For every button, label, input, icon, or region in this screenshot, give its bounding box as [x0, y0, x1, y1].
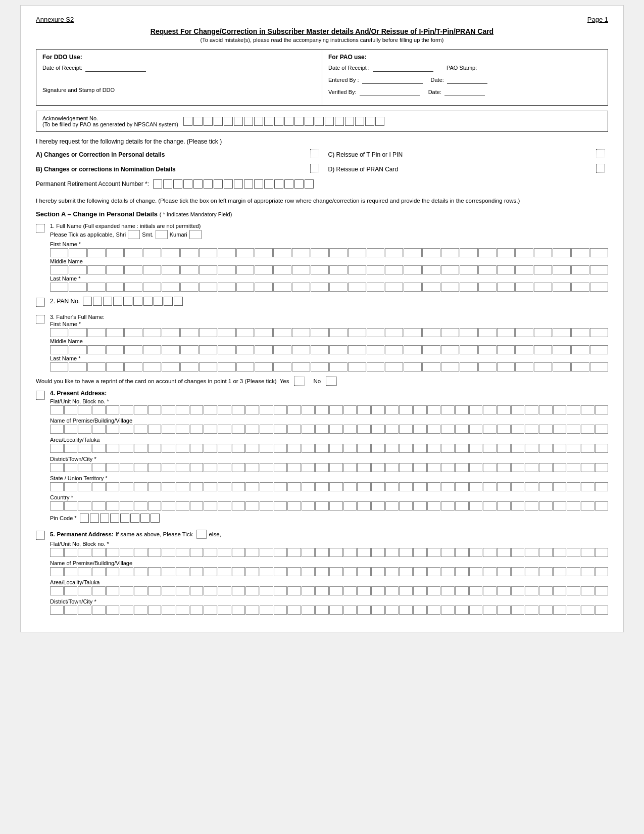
perm-premise-cells-cell-8[interactable] [162, 567, 175, 576]
perm-flat-cells-cell-35[interactable] [539, 548, 553, 557]
perm-flat-cells-cell-14[interactable] [245, 548, 259, 557]
area-cells-cell-29[interactable] [455, 444, 469, 453]
district-input[interactable] [50, 463, 608, 472]
state-cells-cell-35[interactable] [539, 482, 553, 491]
country-cells-cell-9[interactable] [176, 501, 189, 511]
state-cells-cell-25[interactable] [399, 482, 413, 491]
ack-char-box-3[interactable] [214, 117, 223, 126]
flat-cells-cell-15[interactable] [260, 405, 273, 414]
perm-premise-cells-cell-37[interactable] [567, 567, 580, 576]
perm-flat-cells-cell-31[interactable] [483, 548, 497, 557]
kumari-box[interactable] [189, 230, 202, 239]
perm-premise-cells-cell-28[interactable] [441, 567, 455, 576]
country-cells-cell-13[interactable] [232, 501, 245, 511]
state-cells-cell-29[interactable] [455, 482, 469, 491]
premise-cells-cell-28[interactable] [441, 425, 455, 434]
middle-name-cells-cell-29[interactable] [590, 265, 608, 274]
perm-flat-cells-cell-18[interactable] [302, 548, 315, 557]
pin-char-box-7[interactable] [151, 514, 160, 523]
perm-district-cells-cell-10[interactable] [190, 606, 204, 615]
perm-area-cells-cell-30[interactable] [469, 586, 483, 595]
perm-premise-cells-cell-23[interactable] [371, 567, 385, 576]
premise-cells-cell-21[interactable] [343, 425, 357, 434]
perm-flat-cells-cell-15[interactable] [260, 548, 273, 557]
perm-district-cells-cell-1[interactable] [64, 606, 78, 615]
father-first-name-cells-cell-8[interactable] [199, 328, 217, 337]
district-cells-cell-30[interactable] [469, 463, 483, 472]
country-cells-cell-28[interactable] [441, 501, 455, 511]
perm-premise-cells-cell-14[interactable] [245, 567, 259, 576]
father-last-name-cells-cell-10[interactable] [236, 362, 255, 372]
flat-cells-cell-4[interactable] [106, 405, 120, 414]
flat-cells-cell-35[interactable] [539, 405, 553, 414]
district-cells-cell-39[interactable] [595, 463, 609, 472]
premise-cells-cell-24[interactable] [385, 425, 399, 434]
first-name-cells-cell-6[interactable] [162, 248, 180, 257]
father-last-name-cells-cell-3[interactable] [106, 362, 124, 372]
perm-flat-cells-cell-25[interactable] [399, 548, 413, 557]
perm-flat-cells-cell-4[interactable] [106, 548, 120, 557]
father-middle-name-cells-cell-8[interactable] [199, 345, 217, 354]
district-cells-cell-21[interactable] [343, 463, 357, 472]
perm-district-cells-cell-30[interactable] [469, 606, 483, 615]
pin-char-box-6[interactable] [140, 514, 150, 523]
pin-char-box-2[interactable] [100, 514, 109, 523]
perm-district-cells-cell-39[interactable] [595, 606, 609, 615]
perm-district-cells-cell-4[interactable] [106, 606, 120, 615]
flat-cells-cell-24[interactable] [385, 405, 399, 414]
district-cells-cell-22[interactable] [357, 463, 371, 472]
section1-checkbox[interactable] [36, 223, 50, 235]
premise-cells-cell-18[interactable] [302, 425, 315, 434]
ack-char-box-2[interactable] [204, 117, 213, 126]
perm-district-cells-cell-19[interactable] [315, 606, 329, 615]
country-cells-cell-12[interactable] [218, 501, 231, 511]
perm-flat-cells-cell-26[interactable] [413, 548, 427, 557]
first-name-cells-cell-11[interactable] [255, 248, 273, 257]
middle-name-cells-cell-6[interactable] [162, 265, 180, 274]
country-cells-cell-27[interactable] [427, 501, 441, 511]
father-middle-name-cells-cell-25[interactable] [515, 345, 533, 354]
father-first-name-cells-cell-23[interactable] [478, 328, 497, 337]
father-middle-name-cells-cell-20[interactable] [422, 345, 440, 354]
perm-flat-cells-cell-36[interactable] [553, 548, 567, 557]
pao-verified-field[interactable] [360, 88, 420, 96]
first-name-cells-cell-25[interactable] [515, 248, 533, 257]
father-middle-name-input[interactable] [50, 345, 608, 354]
premise-cells-cell-13[interactable] [232, 425, 245, 434]
district-cells-cell-8[interactable] [162, 463, 175, 472]
area-cells-cell-37[interactable] [567, 444, 580, 453]
area-cells-cell-33[interactable] [511, 444, 525, 453]
father-last-name-cells-cell-14[interactable] [311, 362, 329, 372]
perm-flat-cells-cell-10[interactable] [190, 548, 204, 557]
father-last-name-cells-cell-13[interactable] [292, 362, 310, 372]
father-first-name-cells-cell-28[interactable] [571, 328, 589, 337]
area-cells-cell-16[interactable] [274, 444, 287, 453]
country-cells-cell-2[interactable] [78, 501, 91, 511]
perm-area-cells-cell-35[interactable] [539, 586, 553, 595]
perm-flat-cells-cell-19[interactable] [315, 548, 329, 557]
first-name-cells-cell-28[interactable] [571, 248, 589, 257]
middle-name-cells-cell-16[interactable] [348, 265, 366, 274]
pan-char-box-8[interactable] [164, 297, 173, 306]
country-cells-cell-25[interactable] [399, 501, 413, 511]
last-name-cells-cell-14[interactable] [311, 283, 329, 292]
middle-name-cells-cell-24[interactable] [497, 265, 515, 274]
area-cells-cell-30[interactable] [469, 444, 483, 453]
perm-premise-cells-cell-29[interactable] [455, 567, 469, 576]
last-name-cells-cell-10[interactable] [236, 283, 255, 292]
pan-char-box-0[interactable] [83, 297, 92, 306]
father-middle-name-cells-cell-5[interactable] [143, 345, 161, 354]
district-cells-cell-5[interactable] [120, 463, 133, 472]
section2-checkbox[interactable] [36, 297, 50, 308]
middle-name-cells-cell-9[interactable] [218, 265, 236, 274]
perm-premise-cells-cell-33[interactable] [511, 567, 525, 576]
state-cells-cell-5[interactable] [120, 482, 133, 491]
perm-district-cells-cell-15[interactable] [260, 606, 273, 615]
premise-cells-cell-9[interactable] [176, 425, 189, 434]
premise-cells-cell-11[interactable] [204, 425, 217, 434]
section4-checkbox[interactable] [36, 390, 50, 401]
area-cells-cell-9[interactable] [176, 444, 189, 453]
state-cells-cell-8[interactable] [162, 482, 175, 491]
perm-district-cells-cell-37[interactable] [567, 606, 580, 615]
flat-cells-cell-5[interactable] [120, 405, 133, 414]
